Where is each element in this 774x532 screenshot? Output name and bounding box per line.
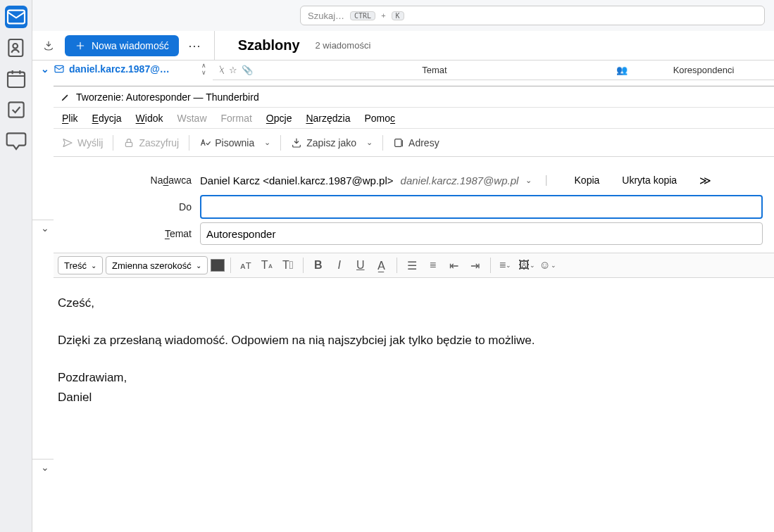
font-size-down-icon[interactable]: ᴀT [237, 256, 255, 274]
getmail-button[interactable] [39, 37, 58, 55]
svg-rect-0 [8, 11, 25, 24]
sender-dropdown-icon[interactable]: ⌄ [525, 176, 532, 185]
kbd-plus: + [381, 11, 385, 20]
subject-label: Temat [65, 228, 192, 239]
svg-point-2 [13, 44, 18, 49]
chat-tab-icon[interactable] [5, 129, 27, 152]
sender-label: Nadawca [65, 175, 192, 186]
mail-tab-icon[interactable] [5, 6, 27, 28]
folder-title: Szablony [238, 37, 300, 53]
more-menu-icon[interactable]: ⋯ [186, 38, 203, 53]
menu-options[interactable]: Opcje [266, 113, 292, 124]
bold-icon[interactable]: B [309, 256, 327, 274]
separator [382, 135, 383, 151]
to-label: Do [65, 201, 192, 213]
compose-titlebar: Tworzenie: Autoresponder — Thunderbird [54, 87, 774, 108]
compose-headers: Nadawca Daniel Karcz <daniel.karcz.1987@… [54, 157, 774, 247]
clear-format-icon[interactable]: T⃠ [279, 256, 297, 274]
menu-tools[interactable]: Narzędzia [306, 113, 350, 124]
star-icon[interactable]: ☆ [229, 65, 237, 75]
body-line: Dzięki za przesłaną wiadomość. Odpowiem … [58, 331, 770, 350]
bullet-list-icon[interactable]: ☰ [403, 256, 421, 274]
compose-window: Tworzenie: Autoresponder — Thunderbird P… [54, 86, 774, 532]
menu-insert[interactable]: Wstaw [177, 113, 207, 124]
body-line: Daniel [58, 388, 770, 407]
separator [113, 135, 113, 151]
sender-value[interactable]: Daniel Karcz <daniel.karcz.1987@wp.pl> d… [200, 175, 532, 186]
separator [280, 135, 281, 151]
column-subject[interactable]: Temat [253, 65, 616, 75]
account-email: daniel.karcz.1987@… [69, 63, 170, 75]
encrypt-button[interactable]: Zaszyfruj [123, 137, 179, 148]
addressbook-tab-icon[interactable] [5, 37, 27, 59]
tasks-tab-icon[interactable] [5, 99, 27, 121]
saveas-button[interactable]: Zapisz jako [291, 137, 356, 148]
correspondents-icon[interactable]: 👥 [616, 65, 633, 75]
search-input[interactable]: Szukaj… CTRL + K [300, 6, 765, 25]
more-fields-icon[interactable]: ≫ [699, 174, 711, 187]
compose-body[interactable]: Cześć, Dzięki za przesłaną wiadomość. Od… [54, 278, 774, 407]
format-toolbar: Treść⌄ Zmienna szerokość⌄ ᴀT Tᴀ T⃠ B I U… [54, 253, 774, 278]
column-header: ᛶ ☆ 📎 Temat 👥 Korespondenci [213, 61, 774, 80]
menu-edit[interactable]: Edycja [92, 113, 122, 124]
chevron-down-icon: ⌄ [41, 63, 49, 75]
new-message-button[interactable]: Nowa wiadomość [65, 35, 179, 56]
svg-rect-6 [126, 142, 132, 146]
main-toolbar: Nowa wiadomość ⋯ Szablony 2 wiadomości [32, 31, 774, 61]
addresses-button[interactable]: Adresy [393, 137, 439, 148]
svg-rect-4 [8, 102, 23, 117]
divider [214, 31, 215, 61]
bcc-button[interactable]: Ukryta kopia [622, 175, 677, 186]
color-swatch[interactable] [211, 259, 225, 272]
chevron-down-icon[interactable]: ⌄ [41, 222, 49, 234]
thread-icon[interactable]: ᛶ [220, 65, 225, 75]
outdent-icon[interactable]: ⇤ [445, 256, 463, 274]
menu-file[interactable]: Plik [62, 113, 78, 124]
italic-icon[interactable]: I [330, 256, 349, 274]
attachment-icon[interactable]: 📎 [242, 65, 253, 75]
compose-menubar: Plik Edycja Widok Wstaw Format Opcje Nar… [54, 108, 774, 129]
body-line: Pozdrawiam, [58, 368, 770, 387]
separator [189, 135, 189, 151]
new-message-label: Nowa wiadomość [92, 40, 169, 51]
column-correspondents[interactable]: Korespondenci [633, 65, 774, 75]
calendar-tab-icon[interactable] [5, 68, 27, 90]
chevron-down-icon[interactable]: ⌄ [41, 462, 49, 473]
search-placeholder: Szukaj… [308, 11, 344, 21]
saveas-dropdown-icon[interactable]: ⌄ [366, 138, 373, 147]
to-input[interactable] [200, 195, 763, 219]
body-line: Cześć, [58, 293, 770, 312]
scroll-arrows[interactable]: ∧∨ [201, 62, 206, 76]
kbd-ctrl: CTRL [350, 11, 375, 20]
emoji-icon[interactable]: ☺⌄ [539, 256, 557, 274]
compose-toolbar: Wyślij Zaszyfruj Pisownia ⌄ Zapisz jako … [54, 129, 774, 157]
message-count: 2 wiadomości [316, 40, 371, 51]
menu-help[interactable]: Pomoc [364, 113, 395, 124]
insert-image-icon[interactable]: 🖼⌄ [518, 256, 536, 274]
menu-format[interactable]: Format [221, 113, 252, 124]
indent-icon[interactable]: ⇥ [466, 256, 485, 274]
svg-rect-3 [8, 72, 25, 87]
svg-rect-7 [395, 139, 401, 146]
cc-button[interactable]: Kopia [575, 175, 600, 186]
spelling-dropdown-icon[interactable]: ⌄ [264, 138, 270, 147]
menu-view[interactable]: Widok [136, 113, 163, 124]
font-dropdown[interactable]: Zmienna szerokość⌄ [106, 256, 208, 274]
text-color-icon[interactable]: A̲ [373, 256, 391, 274]
account-row[interactable]: ⌄ daniel.karcz.1987@… [41, 63, 170, 75]
font-size-up-icon[interactable]: Tᴀ [258, 256, 276, 274]
paragraph-style-dropdown[interactable]: Treść⌄ [58, 256, 103, 274]
topbar: Szukaj… CTRL + K [32, 0, 774, 31]
send-button[interactable]: Wyślij [62, 137, 103, 148]
pencil-icon [61, 92, 70, 102]
left-rail [0, 0, 32, 532]
number-list-icon[interactable]: ≡ [424, 256, 442, 274]
spelling-button[interactable]: Pisownia [199, 137, 254, 148]
kbd-k: K [392, 11, 404, 20]
underline-icon[interactable]: U [351, 256, 370, 274]
align-icon[interactable]: ≡⌄ [497, 256, 515, 274]
compose-window-title: Tworzenie: Autoresponder — Thunderbird [76, 91, 259, 103]
subject-input[interactable] [200, 222, 763, 245]
